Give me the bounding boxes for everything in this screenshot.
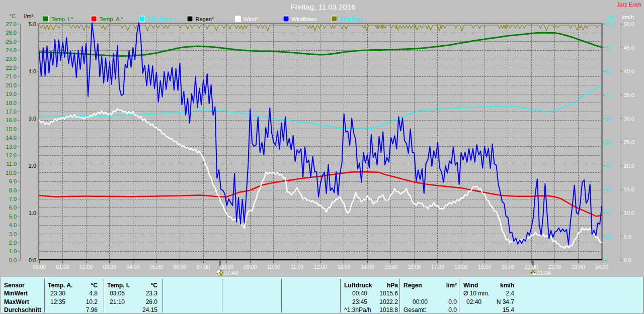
svg-text:23:00: 23:00 [572, 264, 585, 270]
svg-text:03:05: 03:05 [110, 290, 125, 297]
svg-text:5.0: 5.0 [624, 234, 631, 240]
svg-text:90: 90 [605, 45, 611, 51]
svg-text:Luftdruck: Luftdruck [344, 282, 372, 289]
svg-text:^1.3hPa/h: ^1.3hPa/h [344, 306, 371, 313]
svg-text:8.0: 8.0 [9, 187, 17, 193]
svg-text:°C: °C [10, 13, 16, 19]
svg-text:70: 70 [605, 92, 611, 98]
svg-text:6.0: 6.0 [9, 204, 17, 211]
svg-text:17:00: 17:00 [431, 264, 444, 270]
svg-text:24:00: 24:00 [595, 264, 608, 270]
svg-text:35.0: 35.0 [624, 92, 634, 98]
svg-text:Ø 10 min.: Ø 10 min. [463, 290, 490, 297]
svg-text:°C: °C [151, 282, 158, 289]
svg-text:23.0: 23.0 [6, 56, 17, 62]
svg-text:12:00: 12:00 [314, 264, 327, 270]
svg-text:02:00: 02:00 [79, 264, 93, 270]
svg-text:16:00: 16:00 [408, 264, 421, 270]
svg-text:1022.2: 1022.2 [379, 298, 398, 305]
svg-text:hPa: hPa [387, 282, 398, 289]
svg-text:1015.6: 1015.6 [379, 290, 398, 297]
svg-text:07:43: 07:43 [224, 270, 238, 276]
svg-text:80: 80 [605, 68, 611, 74]
svg-text:5.0: 5.0 [9, 214, 17, 220]
svg-text:50: 50 [605, 139, 611, 145]
svg-text:00:00: 00:00 [413, 298, 428, 305]
svg-text:11.0: 11.0 [6, 161, 17, 167]
svg-text:50.0: 50.0 [624, 21, 634, 27]
svg-text:Sensor: Sensor [4, 282, 25, 289]
svg-text:Temp. A.*: Temp. A.* [100, 16, 124, 22]
svg-text:19.0: 19.0 [6, 91, 17, 97]
svg-text:5.0: 5.0 [29, 21, 36, 27]
svg-text:22.0: 22.0 [6, 65, 17, 71]
svg-text:15.4: 15.4 [503, 306, 515, 313]
svg-text:18:00: 18:00 [454, 264, 467, 270]
svg-text:%: % [608, 15, 613, 21]
svg-text:Jarz Erich: Jarz Erich [617, 2, 641, 8]
svg-text:14:00: 14:00 [361, 264, 374, 270]
svg-text:24.0: 24.0 [6, 47, 17, 53]
svg-text:09:00: 09:00 [244, 264, 257, 270]
svg-text:9.0: 9.0 [9, 178, 17, 184]
svg-text:19:00: 19:00 [478, 264, 491, 270]
svg-text:2.4: 2.4 [506, 290, 514, 297]
svg-text:15.0: 15.0 [624, 186, 634, 192]
svg-text:Temp. I.*: Temp. I.* [51, 16, 73, 22]
svg-text:Gesamt:: Gesamt: [404, 306, 426, 313]
svg-text:0: 0 [605, 257, 608, 263]
svg-text:21:00: 21:00 [525, 264, 538, 270]
svg-text:00:00: 00:00 [33, 264, 46, 270]
svg-text:Feuchte A.*: Feuchte A.* [147, 16, 177, 22]
svg-text:3.0: 3.0 [9, 231, 17, 237]
svg-text:Temp. I.: Temp. I. [107, 282, 129, 289]
svg-text:25.0: 25.0 [6, 39, 17, 45]
svg-text:02:40: 02:40 [466, 298, 481, 305]
svg-text:14.0: 14.0 [6, 135, 17, 141]
svg-text:24.15: 24.15 [142, 306, 157, 313]
svg-text:MinWert: MinWert [4, 290, 28, 297]
svg-text:7.0: 7.0 [9, 196, 17, 202]
svg-text:4.8: 4.8 [89, 290, 98, 297]
svg-text:22:00: 22:00 [548, 264, 561, 270]
svg-text:0.0: 0.0 [448, 306, 457, 313]
svg-text:26.0: 26.0 [146, 298, 158, 305]
svg-text:2.0: 2.0 [9, 240, 17, 246]
svg-text:12.0: 12.0 [6, 152, 17, 158]
svg-text:Regen: Regen [404, 282, 422, 289]
svg-text:23.3: 23.3 [146, 290, 158, 297]
svg-text:30.0: 30.0 [624, 116, 634, 122]
svg-text:21.0: 21.0 [6, 73, 17, 79]
svg-text:17.0: 17.0 [6, 109, 17, 115]
svg-text:Freitag, 11.03.2016: Freitag, 11.03.2016 [291, 3, 356, 11]
svg-text:1.0: 1.0 [29, 210, 36, 216]
svg-text:12:35: 12:35 [50, 298, 65, 305]
svg-text:10: 10 [605, 234, 611, 240]
svg-text:00:40: 00:40 [352, 290, 367, 297]
svg-text:0.0: 0.0 [9, 257, 17, 263]
svg-text:MaxWert: MaxWert [4, 298, 29, 305]
svg-text:l/m²: l/m² [24, 13, 34, 19]
svg-text:3.0: 3.0 [29, 116, 36, 122]
svg-text:04:00: 04:00 [126, 264, 139, 270]
svg-text:40.0: 40.0 [624, 68, 634, 74]
svg-text:1.0: 1.0 [9, 248, 17, 254]
svg-text:18.0: 18.0 [6, 100, 17, 106]
svg-text:10.2: 10.2 [86, 298, 98, 305]
svg-text:Wind: Wind [463, 282, 478, 289]
svg-text:7.96: 7.96 [86, 306, 98, 313]
svg-text:06:00: 06:00 [173, 264, 186, 270]
svg-text:0.0: 0.0 [448, 298, 457, 305]
svg-text:0.0: 0.0 [29, 257, 36, 263]
svg-text:km/h: km/h [622, 14, 634, 20]
svg-text:Windböen: Windböen [292, 16, 317, 22]
svg-text:10.0: 10.0 [624, 210, 634, 216]
svg-text:Temp. A.: Temp. A. [48, 282, 72, 289]
svg-text:23:30: 23:30 [50, 290, 65, 297]
svg-text:Empfang: Empfang [340, 16, 362, 22]
svg-text:08:00: 08:00 [220, 264, 233, 270]
svg-text:1018.8: 1018.8 [379, 306, 398, 313]
svg-text:16.0: 16.0 [6, 117, 17, 123]
svg-text:13.0: 13.0 [6, 144, 17, 150]
svg-text:21:10: 21:10 [110, 298, 125, 305]
